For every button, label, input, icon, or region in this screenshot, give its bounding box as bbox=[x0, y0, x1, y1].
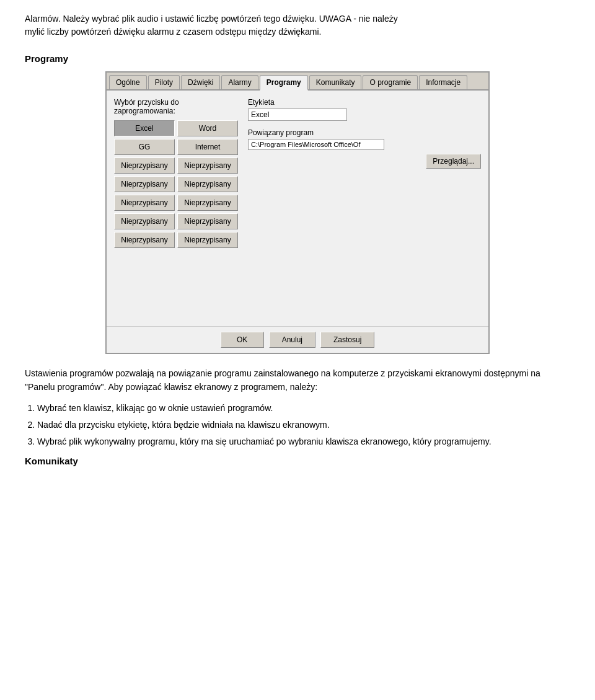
tab-ogolne[interactable]: Ogólne bbox=[109, 75, 147, 89]
dialog-content: Wybór przycisku do zaprogramowania: Exce… bbox=[107, 91, 488, 326]
right-panel: Etykieta Powiązany program Przeglądaj... bbox=[248, 98, 481, 319]
list-item-3: Wybrać plik wykonywalny programu, który … bbox=[37, 435, 570, 448]
intro-line1: Alarmów. Należy wybrać plik audio i usta… bbox=[25, 14, 398, 24]
tab-dzwieki[interactable]: Dźwięki bbox=[181, 75, 220, 89]
anuluj-button[interactable]: Anuluj bbox=[269, 332, 315, 348]
etykieta-label: Etykieta bbox=[248, 98, 481, 107]
prog-button-unassigned-3[interactable]: Nieprzypisany bbox=[114, 176, 175, 192]
prog-button-unassigned-5[interactable]: Nieprzypisany bbox=[114, 195, 175, 211]
left-panel: Wybór przycisku do zaprogramowania: Exce… bbox=[114, 98, 238, 319]
tab-alarmy[interactable]: Alarmy bbox=[221, 75, 258, 89]
prog-button-unassigned-7[interactable]: Nieprzypisany bbox=[114, 213, 175, 229]
settings-dialog: Ogólne Piloty Dźwięki Alarmy Programy Ko… bbox=[105, 71, 490, 354]
list-item-2: Nadać dla przycisku etykietę, która będz… bbox=[37, 419, 570, 432]
prog-button-internet[interactable]: Internet bbox=[177, 139, 238, 155]
prog-button-unassigned-10[interactable]: Nieprzypisany bbox=[177, 232, 238, 248]
prog-button-unassigned-9[interactable]: Nieprzypisany bbox=[114, 232, 175, 248]
prog-button-unassigned-2[interactable]: Nieprzypisany bbox=[177, 157, 238, 174]
tabs-bar: Ogólne Piloty Dźwięki Alarmy Programy Ko… bbox=[107, 73, 488, 91]
intro-line2: mylić liczby powtórzeń dźwięku alarmu z … bbox=[25, 27, 322, 37]
powiazany-input[interactable] bbox=[248, 139, 384, 150]
zastosuj-button[interactable]: Zastosuj bbox=[320, 332, 374, 348]
list-item-1: Wybrać ten klawisz, klikając go w oknie … bbox=[37, 402, 570, 415]
tab-piloty[interactable]: Piloty bbox=[148, 75, 180, 89]
powiazany-group: Powiązany program Przeglądaj... bbox=[248, 128, 481, 169]
button-grid: Excel Word GG Internet Nieprzypisany Nie… bbox=[114, 120, 238, 248]
etykieta-input[interactable] bbox=[248, 109, 347, 121]
prog-button-unassigned-1[interactable]: Nieprzypisany bbox=[114, 157, 175, 174]
tab-o-programie[interactable]: O programie bbox=[363, 75, 418, 89]
dialog-footer: OK Anuluj Zastosuj bbox=[107, 326, 488, 353]
prog-button-excel[interactable]: Excel bbox=[114, 120, 175, 136]
prog-button-word[interactable]: Word bbox=[177, 120, 238, 136]
tab-programy[interactable]: Programy bbox=[260, 75, 308, 91]
description-text: Ustawienia programów pozwalają na powiąz… bbox=[25, 366, 570, 394]
prog-button-unassigned-8[interactable]: Nieprzypisany bbox=[177, 213, 238, 229]
prog-button-unassigned-6[interactable]: Nieprzypisany bbox=[177, 195, 238, 211]
intro-paragraph: Alarmów. Należy wybrać plik audio i usta… bbox=[25, 12, 570, 38]
instructions-list: Wybrać ten klawisz, klikając go w oknie … bbox=[37, 402, 570, 448]
dialog-wrapper: Ogólne Piloty Dźwięki Alarmy Programy Ko… bbox=[25, 71, 570, 354]
prog-button-gg[interactable]: GG bbox=[114, 139, 175, 155]
selection-label: Wybór przycisku do zaprogramowania: bbox=[114, 98, 238, 115]
tab-komunikaty[interactable]: Komunikaty bbox=[309, 75, 362, 89]
section-title-programy: Programy bbox=[25, 53, 570, 64]
prog-button-unassigned-4[interactable]: Nieprzypisany bbox=[177, 176, 238, 192]
powiazany-label: Powiązany program bbox=[248, 128, 481, 137]
etykieta-group: Etykieta bbox=[248, 98, 481, 121]
ok-button[interactable]: OK bbox=[221, 332, 264, 348]
browse-button[interactable]: Przeglądaj... bbox=[426, 154, 481, 169]
powiazany-row bbox=[248, 139, 481, 150]
section-title-komunikaty: Komunikaty bbox=[25, 456, 570, 466]
tab-informacje[interactable]: Informacje bbox=[419, 75, 467, 89]
